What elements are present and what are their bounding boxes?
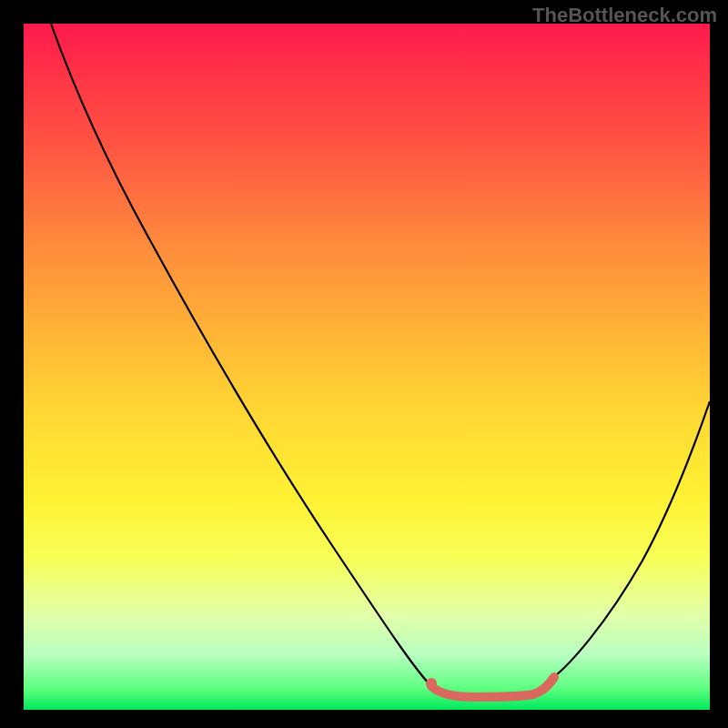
chart-plot-area — [24, 24, 710, 710]
bottleneck-curve-right — [551, 401, 710, 679]
optimum-band — [431, 677, 554, 697]
watermark-text: TheBottleneck.com — [532, 4, 717, 27]
optimum-marker — [426, 678, 437, 689]
chart-svg — [24, 24, 710, 710]
bottleneck-curve-left — [51, 24, 431, 686]
